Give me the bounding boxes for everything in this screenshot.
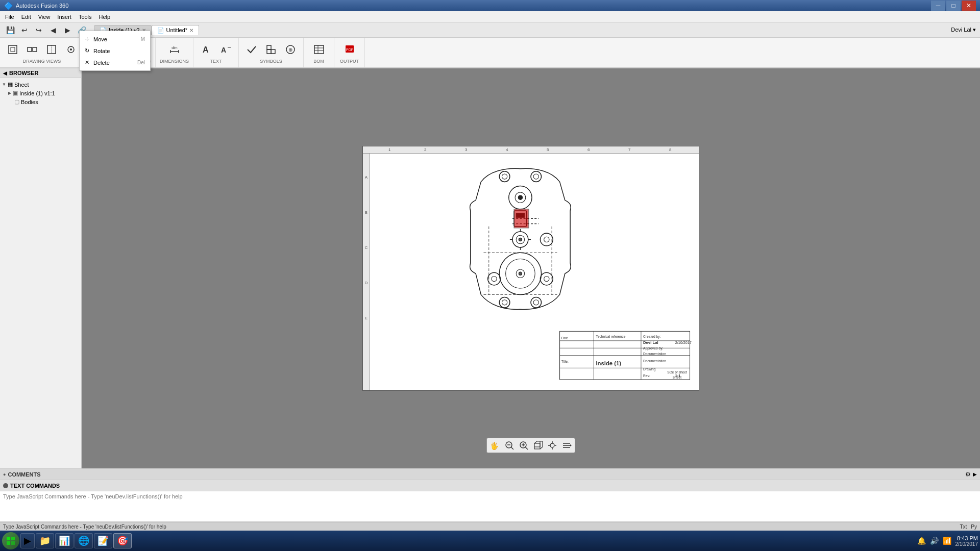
text-commands-bullet xyxy=(3,483,8,488)
move-menu-item[interactable]: ⊹ Move M xyxy=(80,33,150,45)
taskbar-time: 8:43 PM xyxy=(955,535,978,541)
command-input[interactable] xyxy=(3,493,977,499)
output-button[interactable]: PDF xyxy=(341,42,358,58)
file-menu[interactable]: File xyxy=(2,13,17,21)
taskbar-clock[interactable]: 8:43 PM 2/10/2017 xyxy=(955,535,978,547)
pan-tool-button[interactable]: 🖐 xyxy=(489,439,501,452)
text-style-icon: A xyxy=(219,43,232,56)
view-cube-button[interactable] xyxy=(532,439,544,452)
rotate-icon: ↻ xyxy=(85,47,89,54)
browser-item-inside[interactable]: ▶ ▣ Inside (1) v1:1 xyxy=(6,89,81,97)
svg-text:Devi Lal: Devi Lal xyxy=(643,340,658,345)
symbol-button[interactable] xyxy=(262,42,280,58)
svg-point-58 xyxy=(492,276,497,281)
py-mode[interactable]: Py xyxy=(971,524,977,530)
comments-bar: ● COMMENTS ⚙ ▶ xyxy=(0,469,980,480)
svg-point-59 xyxy=(541,272,553,285)
bodies-icon: ▢ xyxy=(14,98,19,105)
svg-point-62 xyxy=(502,300,507,305)
delete-menu-item[interactable]: ✕ Delete Del xyxy=(80,57,150,68)
svg-text:Documentation: Documentation xyxy=(643,352,666,356)
save-button[interactable]: 💾 xyxy=(4,24,16,36)
view-cube-icon xyxy=(533,440,543,450)
output-group: PDF OUTPUT xyxy=(334,38,365,67)
redo-button[interactable]: ↪ xyxy=(33,24,45,36)
delete-shortcut: Del xyxy=(137,60,145,65)
taskbar-matlab-button[interactable]: 📊 xyxy=(55,533,74,548)
comments-settings-icon[interactable]: ⚙ xyxy=(965,471,971,478)
svg-rect-115 xyxy=(11,541,15,545)
taskbar-app5-button[interactable]: 📝 xyxy=(94,533,112,548)
section-view-button[interactable] xyxy=(43,42,60,58)
svg-line-99 xyxy=(525,447,528,449)
checkmark-button[interactable] xyxy=(243,42,260,58)
view-menu[interactable]: View xyxy=(35,13,54,21)
svg-point-36 xyxy=(499,171,510,182)
svg-text:2/10/2017: 2/10/2017 xyxy=(675,340,692,345)
svg-rect-112 xyxy=(7,537,10,540)
svg-marker-111 xyxy=(570,444,572,446)
projected-view-button[interactable] xyxy=(23,42,41,58)
taskbar-fusion-button[interactable]: 🎯 xyxy=(113,533,132,548)
base-view-icon xyxy=(7,43,19,56)
zoom-out-button[interactable] xyxy=(503,439,516,452)
comments-expand-icon[interactable]: ● xyxy=(3,472,6,477)
svg-point-37 xyxy=(502,174,507,179)
view-options-button[interactable] xyxy=(560,439,573,452)
taskbar-files-button[interactable]: 📁 xyxy=(36,533,54,548)
taskbar-volume-icon[interactable]: 🔊 xyxy=(930,537,939,545)
forward-button[interactable]: ▶ xyxy=(61,24,74,36)
help-menu[interactable]: Help xyxy=(96,13,114,21)
base-view-button[interactable] xyxy=(4,42,21,58)
tab-close-icon-2[interactable]: ✕ xyxy=(189,28,193,33)
browser-item-sheet[interactable]: ▼ ▦ Sheet xyxy=(0,80,81,89)
symbols-extra-button[interactable]: ⊕ xyxy=(282,42,299,58)
close-button[interactable]: ✕ xyxy=(962,1,976,11)
comments-collapse-icon[interactable]: ▶ xyxy=(973,471,977,477)
delete-icon: ✕ xyxy=(85,59,89,66)
start-button[interactable] xyxy=(2,532,19,549)
text-button[interactable]: A xyxy=(198,42,215,58)
taskbar-notification-icon[interactable]: 🔔 xyxy=(917,537,926,545)
tab-untitled[interactable]: 📄 Untitled* ✕ xyxy=(152,25,200,35)
undo-button[interactable]: ↩ xyxy=(18,24,31,36)
browser-collapse-icon[interactable]: ◀ xyxy=(3,70,7,76)
rotate-menu-item[interactable]: ↻ Rotate xyxy=(80,45,150,57)
view-options-icon xyxy=(561,440,572,450)
svg-point-38 xyxy=(531,171,542,182)
pan-icon: 🖐 xyxy=(490,440,500,450)
text-style-button[interactable]: A xyxy=(217,42,234,58)
drawing-area[interactable]: 1 2 3 4 5 6 7 8 A B C D E xyxy=(82,68,980,468)
text-group: A A TEXT xyxy=(193,38,239,67)
app-title: Autodesk Fusion 360 xyxy=(16,3,68,9)
svg-text:dim: dim xyxy=(172,46,177,49)
tools-menu[interactable]: Tools xyxy=(76,13,95,21)
bom-button[interactable] xyxy=(310,42,328,58)
display-settings-button[interactable] xyxy=(546,439,558,452)
insert-menu[interactable]: Insert xyxy=(54,13,75,21)
expand-arrow-inside: ▶ xyxy=(8,91,11,95)
dimension-button[interactable]: dim xyxy=(166,42,183,58)
back-button[interactable]: ◀ xyxy=(47,24,59,36)
display-settings-icon xyxy=(547,440,557,450)
dimension-icon: dim xyxy=(168,43,181,56)
zoom-out-icon xyxy=(504,440,514,450)
user-label: Devi Lal ▾ xyxy=(951,27,976,33)
zoom-in-button[interactable] xyxy=(518,439,530,452)
maximize-button[interactable]: □ xyxy=(946,1,961,11)
txt-mode[interactable]: Txt xyxy=(960,524,967,530)
edit-menu[interactable]: Edit xyxy=(18,13,34,21)
text-label: TEXT xyxy=(210,59,222,64)
taskbar-media-button[interactable]: ▶ xyxy=(20,533,35,548)
menu-bar: File Edit View Insert Tools Help xyxy=(0,11,980,22)
bom-label: BOM xyxy=(313,59,324,64)
expand-arrow-sheet: ▼ xyxy=(2,82,6,87)
taskbar-network-icon[interactable]: 📶 xyxy=(943,537,951,545)
detail-view-button[interactable] xyxy=(62,42,80,58)
svg-point-103 xyxy=(550,443,554,447)
browser-panel: ◀ BROWSER ▼ ▦ Sheet ▶ ▣ Inside (1) v1:1 … xyxy=(0,68,82,468)
minimize-button[interactable]: ─ xyxy=(931,1,945,11)
browser-item-bodies[interactable]: ▢ Bodies xyxy=(12,97,81,106)
taskbar-chrome-button[interactable]: 🌐 xyxy=(75,533,93,548)
bottom-area: ● COMMENTS ⚙ ▶ TEXT COMMANDS xyxy=(0,468,980,522)
